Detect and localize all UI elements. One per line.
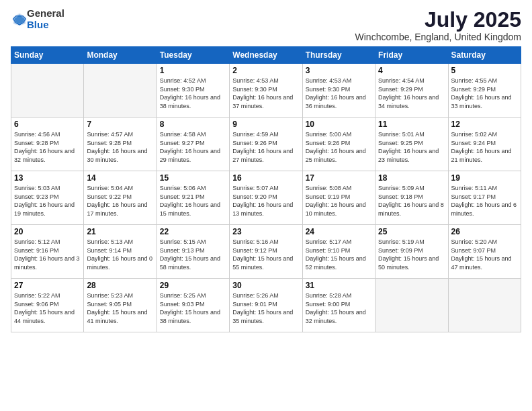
- col-monday: Monday: [84, 47, 157, 64]
- calendar-cell-w2-d2: 7Sunrise: 4:57 AM Sunset: 9:28 PM Daylig…: [84, 118, 157, 171]
- title-month: July 2025: [355, 8, 521, 32]
- day-info: Sunrise: 5:07 AM Sunset: 9:20 PM Dayligh…: [232, 184, 299, 218]
- day-number: 7: [87, 120, 153, 129]
- calendar-cell-w2-d4: 9Sunrise: 4:59 AM Sunset: 9:26 PM Daylig…: [230, 118, 302, 171]
- day-number: 2: [232, 66, 299, 75]
- day-number: 31: [306, 281, 372, 290]
- day-number: 11: [378, 120, 445, 129]
- col-wednesday: Wednesday: [230, 47, 302, 64]
- day-number: 19: [451, 173, 518, 183]
- day-number: 16: [232, 173, 299, 183]
- title-block: July 2025 Winchcombe, England, United Ki…: [355, 8, 521, 42]
- day-number: 17: [306, 173, 372, 183]
- calendar-cell-w3-d2: 14Sunrise: 5:04 AM Sunset: 9:22 PM Dayli…: [84, 171, 157, 225]
- day-number: 13: [14, 173, 81, 183]
- day-info: Sunrise: 5:19 AM Sunset: 9:09 PM Dayligh…: [378, 238, 445, 271]
- col-friday: Friday: [375, 47, 448, 64]
- calendar-cell-w1-d7: 5Sunrise: 4:55 AM Sunset: 9:29 PM Daylig…: [448, 64, 521, 118]
- calendar-week-4: 20Sunrise: 5:12 AM Sunset: 9:16 PM Dayli…: [11, 225, 521, 279]
- col-tuesday: Tuesday: [157, 47, 229, 64]
- day-info: Sunrise: 5:15 AM Sunset: 9:13 PM Dayligh…: [160, 238, 226, 271]
- calendar-cell-w1-d2: [84, 64, 157, 118]
- calendar-cell-w4-d7: 26Sunrise: 5:20 AM Sunset: 9:07 PM Dayli…: [448, 225, 521, 279]
- day-info: Sunrise: 5:03 AM Sunset: 9:23 PM Dayligh…: [14, 184, 81, 218]
- calendar-week-5: 27Sunrise: 5:22 AM Sunset: 9:06 PM Dayli…: [11, 279, 521, 332]
- day-info: Sunrise: 5:09 AM Sunset: 9:18 PM Dayligh…: [378, 184, 445, 218]
- calendar-cell-w2-d6: 11Sunrise: 5:01 AM Sunset: 9:25 PM Dayli…: [375, 118, 448, 171]
- calendar-cell-w3-d3: 15Sunrise: 5:06 AM Sunset: 9:21 PM Dayli…: [157, 171, 229, 225]
- calendar-cell-w1-d3: 1Sunrise: 4:52 AM Sunset: 9:30 PM Daylig…: [157, 64, 229, 118]
- day-info: Sunrise: 5:12 AM Sunset: 9:16 PM Dayligh…: [14, 238, 81, 271]
- day-info: Sunrise: 5:28 AM Sunset: 9:00 PM Dayligh…: [306, 291, 372, 325]
- calendar-cell-w2-d5: 10Sunrise: 5:00 AM Sunset: 9:26 PM Dayli…: [302, 118, 375, 171]
- day-number: 10: [306, 120, 372, 129]
- day-info: Sunrise: 4:53 AM Sunset: 9:30 PM Dayligh…: [306, 77, 372, 110]
- calendar-cell-w5-d2: 28Sunrise: 5:23 AM Sunset: 9:05 PM Dayli…: [84, 279, 157, 332]
- logo-icon: [12, 12, 27, 27]
- day-info: Sunrise: 5:04 AM Sunset: 9:22 PM Dayligh…: [87, 184, 153, 218]
- day-number: 25: [378, 227, 445, 236]
- calendar-cell-w2-d7: 12Sunrise: 5:02 AM Sunset: 9:24 PM Dayli…: [448, 118, 521, 171]
- day-number: 22: [160, 227, 226, 236]
- day-number: 15: [160, 173, 226, 183]
- day-info: Sunrise: 4:54 AM Sunset: 9:29 PM Dayligh…: [378, 77, 445, 110]
- col-saturday: Saturday: [448, 47, 521, 64]
- day-number: 24: [306, 227, 372, 236]
- calendar-cell-w4-d6: 25Sunrise: 5:19 AM Sunset: 9:09 PM Dayli…: [375, 225, 448, 279]
- calendar-cell-w1-d6: 4Sunrise: 4:54 AM Sunset: 9:29 PM Daylig…: [375, 64, 448, 118]
- calendar-cell-w1-d4: 2Sunrise: 4:53 AM Sunset: 9:30 PM Daylig…: [230, 64, 302, 118]
- day-info: Sunrise: 5:08 AM Sunset: 9:19 PM Dayligh…: [306, 184, 372, 218]
- day-info: Sunrise: 4:52 AM Sunset: 9:30 PM Dayligh…: [160, 77, 226, 110]
- page: General Blue July 2025 Winchcombe, Engla…: [0, 0, 532, 411]
- calendar-week-3: 13Sunrise: 5:03 AM Sunset: 9:23 PM Dayli…: [11, 171, 521, 225]
- day-number: 5: [451, 66, 518, 75]
- day-number: 27: [14, 281, 81, 290]
- day-number: 8: [160, 120, 226, 129]
- calendar-cell-w4-d3: 22Sunrise: 5:15 AM Sunset: 9:13 PM Dayli…: [157, 225, 229, 279]
- calendar-cell-w3-d6: 18Sunrise: 5:09 AM Sunset: 9:18 PM Dayli…: [375, 171, 448, 225]
- day-info: Sunrise: 5:01 AM Sunset: 9:25 PM Dayligh…: [378, 130, 445, 164]
- logo-blue-text: Blue: [27, 19, 49, 30]
- calendar-cell-w3-d5: 17Sunrise: 5:08 AM Sunset: 9:19 PM Dayli…: [302, 171, 375, 225]
- calendar-cell-w5-d4: 30Sunrise: 5:26 AM Sunset: 9:01 PM Dayli…: [230, 279, 302, 332]
- calendar-cell-w1-d5: 3Sunrise: 4:53 AM Sunset: 9:30 PM Daylig…: [302, 64, 375, 118]
- day-info: Sunrise: 4:59 AM Sunset: 9:26 PM Dayligh…: [232, 130, 299, 164]
- calendar-cell-w3-d1: 13Sunrise: 5:03 AM Sunset: 9:23 PM Dayli…: [11, 171, 84, 225]
- day-info: Sunrise: 5:20 AM Sunset: 9:07 PM Dayligh…: [451, 238, 518, 271]
- day-info: Sunrise: 4:55 AM Sunset: 9:29 PM Dayligh…: [451, 77, 518, 110]
- col-sunday: Sunday: [11, 47, 84, 64]
- calendar-cell-w5-d5: 31Sunrise: 5:28 AM Sunset: 9:00 PM Dayli…: [302, 279, 375, 332]
- day-number: 23: [232, 227, 299, 236]
- logo-general-text: General: [27, 7, 64, 19]
- day-number: 14: [87, 173, 153, 183]
- calendar-cell-w2-d3: 8Sunrise: 4:58 AM Sunset: 9:27 PM Daylig…: [157, 118, 229, 171]
- calendar-table: Sunday Monday Tuesday Wednesday Thursday…: [11, 46, 521, 332]
- day-info: Sunrise: 4:58 AM Sunset: 9:27 PM Dayligh…: [160, 130, 226, 164]
- header: General Blue July 2025 Winchcombe, Engla…: [11, 8, 521, 42]
- calendar-cell-w4-d2: 21Sunrise: 5:13 AM Sunset: 9:14 PM Dayli…: [84, 225, 157, 279]
- day-info: Sunrise: 4:56 AM Sunset: 9:28 PM Dayligh…: [14, 130, 81, 164]
- day-info: Sunrise: 4:53 AM Sunset: 9:30 PM Dayligh…: [232, 77, 299, 110]
- calendar-cell-w1-d1: [11, 64, 84, 118]
- day-number: 1: [160, 66, 226, 75]
- calendar-week-2: 6Sunrise: 4:56 AM Sunset: 9:28 PM Daylig…: [11, 118, 521, 171]
- day-info: Sunrise: 5:22 AM Sunset: 9:06 PM Dayligh…: [14, 291, 81, 325]
- day-number: 4: [378, 66, 445, 75]
- day-number: 28: [87, 281, 153, 290]
- title-location: Winchcombe, England, United Kingdom: [355, 32, 521, 42]
- calendar-cell-w3-d4: 16Sunrise: 5:07 AM Sunset: 9:20 PM Dayli…: [230, 171, 302, 225]
- calendar-cell-w5-d6: [375, 279, 448, 332]
- day-number: 6: [14, 120, 81, 129]
- day-info: Sunrise: 4:57 AM Sunset: 9:28 PM Dayligh…: [87, 130, 153, 164]
- calendar-cell-w5-d3: 29Sunrise: 5:25 AM Sunset: 9:03 PM Dayli…: [157, 279, 229, 332]
- calendar-cell-w4-d1: 20Sunrise: 5:12 AM Sunset: 9:16 PM Dayli…: [11, 225, 84, 279]
- day-number: 20: [14, 227, 81, 236]
- calendar-cell-w2-d1: 6Sunrise: 4:56 AM Sunset: 9:28 PM Daylig…: [11, 118, 84, 171]
- day-number: 9: [232, 120, 299, 129]
- day-number: 29: [160, 281, 226, 290]
- day-info: Sunrise: 5:16 AM Sunset: 9:12 PM Dayligh…: [232, 238, 299, 271]
- calendar-cell-w5-d7: [448, 279, 521, 332]
- calendar-cell-w4-d5: 24Sunrise: 5:17 AM Sunset: 9:10 PM Dayli…: [302, 225, 375, 279]
- calendar-header-row: Sunday Monday Tuesday Wednesday Thursday…: [11, 47, 521, 64]
- calendar-cell-w3-d7: 19Sunrise: 5:11 AM Sunset: 9:17 PM Dayli…: [448, 171, 521, 225]
